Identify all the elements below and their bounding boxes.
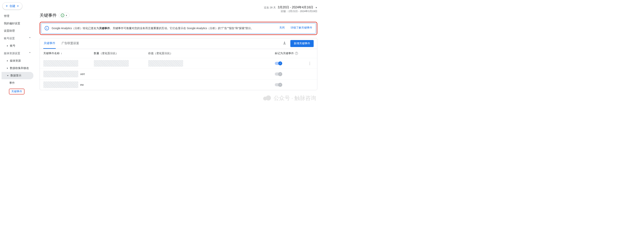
create-button-label: 创建: [10, 4, 15, 8]
mark-toggle[interactable]: ✓: [275, 83, 282, 86]
row-menu-icon[interactable]: ⋮: [308, 61, 312, 65]
col-mark: 标记为关键事件 ?: [275, 52, 306, 55]
new-key-event-button[interactable]: 新增关键事件: [290, 40, 314, 47]
chevron-up-icon: ⌃: [28, 52, 31, 55]
create-button[interactable]: + 创建 ▼: [2, 2, 22, 10]
mark-toggle[interactable]: ✓: [275, 62, 282, 65]
date-range: 3月20日 - 2024年4月16日: [278, 6, 313, 10]
watermark: 公众号 · 触脉咨询: [263, 94, 316, 102]
info-banner-highlight: i Google Analytics（分析）转化已更名为关键事件。关键事件可衡量…: [40, 22, 317, 35]
redacted-cell: [43, 60, 78, 67]
redacted-cell: [43, 71, 78, 77]
nav-item-events[interactable]: 事件: [2, 79, 34, 87]
tabs: 关键事件 广告联盟设置: [43, 38, 80, 49]
table-row: ew ✓: [40, 79, 317, 90]
col-name[interactable]: 关键事件名称 ↑: [43, 52, 94, 55]
nav-item-account[interactable]: 账号: [2, 42, 34, 50]
triangle-right-icon: [7, 67, 8, 69]
date-range-picker[interactable]: 过去 28 天 3月20日 - 2024年4月16日 ▼ 比较：2月21日 - …: [264, 6, 317, 13]
triangle-down-icon: [7, 75, 8, 76]
redacted-cell: [148, 60, 183, 67]
plus-icon: +: [6, 4, 8, 8]
chevron-down-icon: ▼: [315, 7, 317, 9]
nav-item-key-events[interactable]: 关键事件: [2, 87, 34, 96]
sidebar: + 创建 ▼ 管理 我的偏好设置 设置助理 账号设置 ⌃ 账号 媒体资源设置 ⌃…: [0, 0, 35, 114]
page-title: 关键事件: [40, 13, 57, 18]
table-row: vert ✓: [40, 69, 317, 79]
mark-toggle[interactable]: ✓: [275, 73, 282, 76]
nav-item-data-display[interactable]: 数据显示: [2, 72, 34, 79]
banner-text: Google Analytics（分析）转化已更名为关键事件。关键事件可衡量对您…: [52, 26, 276, 31]
col-value: 价值（变化百分比）: [148, 52, 202, 55]
chevron-down-icon: ▼: [17, 5, 19, 7]
nav-section-property[interactable]: 媒体资源设置 ⌃: [2, 50, 34, 57]
nav-item-preferences[interactable]: 我的偏好设置: [2, 20, 34, 27]
nav-item-admin[interactable]: 管理: [2, 13, 34, 20]
date-prefix: 过去 28 天: [264, 6, 276, 9]
tab-key-events[interactable]: 关键事件: [43, 38, 56, 49]
tab-ad-network-settings[interactable]: 广告联盟设置: [61, 38, 80, 49]
key-events-card: 关键事件 广告联盟设置 新增关键事件 关键事件名称 ↑ 数量（变化百分比） 价值…: [40, 38, 317, 90]
banner-learn-link[interactable]: 详细了解关键事件: [290, 26, 312, 30]
download-icon[interactable]: [282, 41, 286, 46]
table-row: ✓ ⋮: [40, 58, 317, 69]
date-compare: 比较：2月21日 - 2024年3月19日: [264, 10, 317, 13]
help-icon[interactable]: ?: [295, 52, 298, 55]
check-circle-icon: ✓: [61, 14, 64, 17]
sort-arrow-up-icon: ↑: [61, 52, 62, 55]
status-filter-pill[interactable]: ✓ ▼: [59, 13, 70, 18]
triangle-right-icon: [7, 60, 8, 62]
banner-close-link[interactable]: 关闭: [279, 26, 285, 30]
main-content: 过去 28 天 3月20日 - 2024年4月16日 ▼ 比较：2月21日 - …: [35, 0, 322, 114]
table-header-row: 关键事件名称 ↑ 数量（变化百分比） 价值（变化百分比） 标记为关键事件 ?: [40, 49, 317, 58]
nav-item-setup-assistant[interactable]: 设置助理: [2, 27, 34, 35]
nav-item-property[interactable]: 媒体资源: [2, 57, 34, 65]
wechat-icon: [263, 95, 272, 102]
redacted-cell: [94, 60, 129, 67]
info-icon: i: [45, 26, 49, 30]
col-quantity: 数量（变化百分比）: [94, 52, 148, 55]
nav-item-data-collection[interactable]: 数据收集和修改: [2, 65, 34, 72]
triangle-right-icon: [7, 45, 8, 47]
redacted-cell: [43, 81, 78, 88]
nav-section-account[interactable]: 账号设置 ⌃: [2, 35, 34, 42]
chevron-up-icon: ⌃: [28, 37, 31, 40]
info-banner: i Google Analytics（分析）转化已更名为关键事件。关键事件可衡量…: [41, 23, 316, 34]
chevron-down-icon: ▼: [66, 14, 68, 17]
